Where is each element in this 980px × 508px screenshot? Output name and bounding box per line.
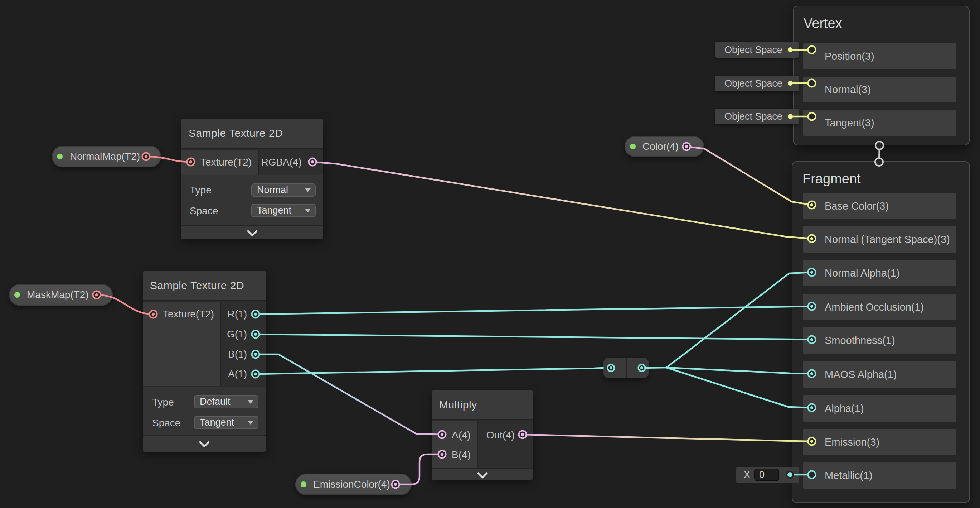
property-pill-emissioncolor[interactable]: EmissionColor(4) — [295, 474, 412, 495]
metallic-value-input[interactable] — [754, 469, 779, 481]
vertex-context-node[interactable]: Vertex Position(3) Normal(3) Tangent(3) — [793, 6, 970, 145]
wire-redirect-to-maos-alpha[interactable] — [667, 367, 812, 374]
dropdown-arrow-icon — [248, 421, 253, 425]
sample-texture-2d-node-bottom[interactable]: Sample Texture 2D Texture(T2) R(1) G(1) … — [143, 271, 266, 450]
type-dropdown[interactable]: Default — [194, 395, 258, 408]
b-input-label: B(4) — [452, 449, 471, 461]
multiply-node[interactable]: Multiply A(4) B(4) Out(4) — [432, 390, 533, 479]
fragment-slot-smoothness[interactable]: Smoothness(1) — [803, 327, 956, 354]
slot-label: Smoothness(1) — [825, 335, 895, 347]
r-output-label: R(1) — [228, 308, 247, 320]
dropdown-arrow-icon — [305, 189, 311, 192]
slot-label: Normal Alpha(1) — [825, 267, 900, 279]
collapse-toggle[interactable] — [432, 468, 533, 480]
type-label: Type — [152, 396, 174, 408]
vertex-slot-position[interactable]: Position(3) — [803, 43, 956, 69]
vertex-node-title: Vertex — [803, 16, 842, 31]
fragment-slot-ambient-occlusion[interactable]: Ambient Occlusion(1) — [803, 294, 956, 320]
sample-texture-2d-node-top[interactable]: Sample Texture 2D Texture(T2) RGBA(4) Ty… — [181, 119, 323, 238]
space-label: Space — [190, 205, 218, 217]
redirect-divider — [626, 358, 627, 378]
slot-label: Base Color(3) — [825, 200, 889, 212]
metallic-float-field: X — [736, 467, 799, 482]
node-body — [181, 175, 323, 225]
property-label: NormalMap(T2) — [52, 151, 140, 162]
badge-label: Object Space — [715, 45, 783, 56]
slot-label: Position(3) — [825, 51, 874, 62]
redirect-node[interactable] — [603, 358, 649, 378]
object-space-badge-normal[interactable]: Object Space — [715, 76, 799, 91]
property-pill-normalmap[interactable]: NormalMap(T2) — [52, 146, 161, 167]
collapse-toggle[interactable] — [143, 435, 266, 452]
x-component-label: X — [736, 469, 750, 481]
fragment-context-node[interactable]: Fragment Base Color(3) Normal (Tangent S… — [792, 161, 970, 503]
slot-label: Emission(3) — [825, 436, 880, 448]
out-output-label: Out(4) — [487, 430, 515, 441]
fragment-slot-metallic[interactable]: Metallic(1) — [803, 462, 956, 489]
slot-label: Tangent(3) — [825, 117, 874, 129]
wire-g-to-smoothness[interactable] — [256, 334, 812, 340]
chevron-down-icon — [199, 436, 210, 447]
space-dropdown-value: Tangent — [257, 205, 291, 216]
type-dropdown[interactable]: Normal — [251, 184, 316, 196]
wire-redirect-to-normal-alpha[interactable] — [642, 272, 812, 368]
wire-multiply-out-to-emission[interactable] — [523, 435, 812, 441]
object-space-badge-position[interactable]: Object Space — [715, 42, 799, 58]
texture-input-label: Texture(T2) — [200, 157, 251, 168]
dropdown-arrow-icon — [248, 400, 253, 404]
dropdown-arrow-icon — [305, 209, 311, 212]
slot-label: Ambient Occlusion(1) — [825, 301, 924, 313]
slot-label: MAOS Alpha(1) — [825, 369, 897, 380]
g-output-label: G(1) — [227, 329, 247, 340]
space-label: Space — [152, 417, 180, 429]
type-label: Type — [190, 184, 212, 196]
badge-label: Object Space — [715, 111, 783, 122]
chevron-down-icon — [247, 225, 258, 236]
node-title: Sample Texture 2D — [150, 280, 244, 292]
space-dropdown[interactable]: Tangent — [251, 204, 316, 217]
wire-rgba-to-normal-tangent-space[interactable] — [312, 162, 812, 239]
slot-label: Normal (Tangent Space)(3) — [825, 233, 950, 245]
fragment-slot-normal-tangent-space[interactable]: Normal (Tangent Space)(3) — [803, 226, 956, 252]
fragment-node-title: Fragment — [802, 171, 861, 187]
badge-label: Object Space — [715, 78, 783, 89]
collapse-toggle[interactable] — [181, 225, 323, 239]
vertex-slot-tangent[interactable]: Tangent(3) — [803, 110, 956, 136]
fragment-slot-normal-alpha[interactable]: Normal Alpha(1) — [803, 260, 956, 286]
property-label: Color(4) — [625, 141, 679, 152]
space-dropdown-value: Tangent — [200, 417, 234, 428]
wire-r-to-ambient-occlusion[interactable] — [256, 306, 812, 314]
node-title: Sample Texture 2D — [189, 127, 283, 139]
vertex-slot-normal[interactable]: Normal(3) — [803, 77, 956, 102]
space-dropdown[interactable]: Tangent — [194, 416, 258, 429]
wire-redirect-to-alpha[interactable] — [667, 367, 812, 408]
input-cell — [432, 421, 478, 468]
property-pill-maskmap[interactable]: MaskMap(T2) — [9, 284, 113, 305]
output-cell — [478, 421, 533, 468]
property-label: MaskMap(T2) — [9, 289, 89, 300]
slot-label: Normal(3) — [825, 84, 871, 96]
slot-label: Alpha(1) — [825, 403, 864, 414]
slot-label: Metallic(1) — [825, 470, 873, 481]
shader-graph-canvas[interactable]: Vertex Position(3) Normal(3) Tangent(3) … — [0, 0, 980, 508]
property-pill-color[interactable]: Color(4) — [625, 136, 704, 157]
fragment-slot-maos-alpha[interactable]: MAOS Alpha(1) — [803, 361, 956, 388]
rgba-output-label: RGBA(4) — [261, 157, 302, 168]
texture-input-label: Texture(T2) — [163, 308, 214, 320]
fragment-slot-alpha[interactable]: Alpha(1) — [803, 395, 956, 422]
fragment-slot-emission[interactable]: Emission(3) — [803, 429, 956, 455]
type-dropdown-value: Normal — [257, 184, 288, 196]
fragment-slot-base-color[interactable]: Base Color(3) — [803, 193, 956, 219]
object-space-badge-tangent[interactable]: Object Space — [715, 109, 799, 124]
chevron-down-icon — [477, 468, 488, 479]
b-output-label: B(1) — [228, 348, 247, 360]
node-title: Multiply — [439, 399, 477, 411]
wire-a-to-redirect[interactable] — [256, 368, 603, 374]
a-input-label: A(4) — [452, 430, 471, 441]
a-output-label: A(1) — [228, 368, 247, 380]
type-dropdown-value: Default — [200, 396, 231, 407]
vertex-fragment-chain-link[interactable] — [879, 145, 880, 162]
property-label: EmissionColor(4) — [295, 479, 390, 490]
wire-b-to-multiply-a[interactable] — [256, 354, 442, 435]
